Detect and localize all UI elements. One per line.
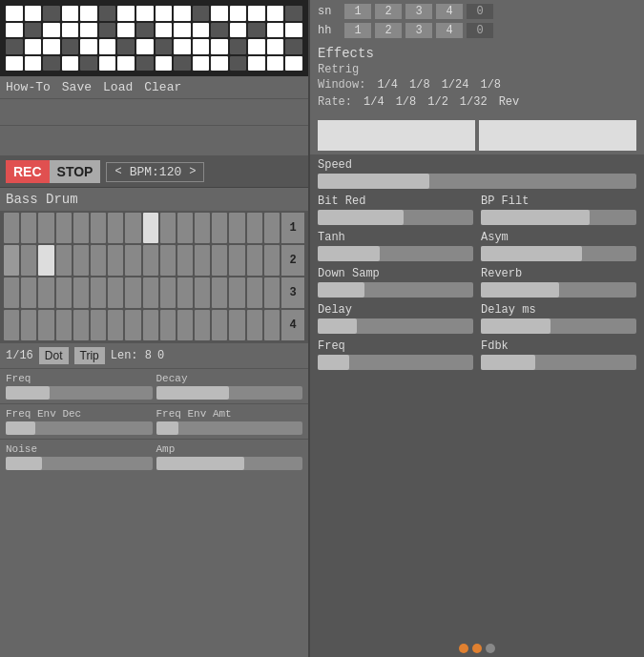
speed-bar[interactable] — [318, 174, 636, 189]
seq-cell[interactable] — [136, 56, 154, 72]
seq-cell[interactable] — [211, 56, 228, 72]
rate-rev[interactable]: Rev — [499, 95, 520, 111]
down-samp-bar[interactable] — [318, 282, 473, 298]
window-24th[interactable]: 1/24 — [442, 78, 469, 93]
sn-1[interactable]: 1 — [344, 4, 371, 19]
rate-quarter[interactable]: 1/4 — [364, 95, 384, 111]
delay-ms-bar[interactable] — [481, 318, 636, 334]
step-cell[interactable] — [143, 310, 158, 340]
reverb-bar[interactable] — [481, 282, 636, 298]
step-cell[interactable] — [4, 310, 19, 340]
seq-cell[interactable] — [174, 6, 191, 21]
step-cell[interactable] — [212, 277, 227, 308]
seq-cell[interactable] — [136, 23, 154, 38]
seq-cell[interactable] — [156, 23, 173, 38]
step-cell[interactable] — [125, 245, 140, 276]
step-cell[interactable] — [56, 310, 72, 340]
seq-cell[interactable] — [267, 56, 284, 72]
step-cell[interactable] — [212, 213, 227, 243]
freq-env-dec-slider[interactable] — [6, 421, 153, 435]
step-cell[interactable] — [264, 310, 280, 340]
seq-cell[interactable] — [136, 39, 154, 54]
seq-cell[interactable] — [99, 6, 116, 21]
rate-half[interactable]: 1/2 — [427, 95, 448, 111]
clear-button[interactable]: Clear — [144, 80, 181, 94]
seq-cell[interactable] — [267, 23, 284, 38]
step-cell[interactable] — [73, 245, 89, 276]
step-cell[interactable] — [108, 213, 123, 243]
seq-cell[interactable] — [99, 39, 116, 54]
step-cell[interactable] — [56, 213, 72, 243]
seq-cell[interactable] — [117, 39, 135, 54]
seq-cell[interactable] — [156, 6, 173, 21]
seq-cell[interactable] — [62, 56, 79, 72]
delay-bar[interactable] — [318, 318, 473, 334]
step-cell[interactable] — [160, 213, 176, 243]
step-cell[interactable] — [38, 213, 53, 243]
sn-3[interactable]: 3 — [405, 4, 432, 19]
seq-cell[interactable] — [80, 56, 97, 72]
bp-filt-bar[interactable] — [481, 210, 636, 225]
step-cell[interactable] — [195, 213, 210, 243]
seq-cell[interactable] — [62, 6, 79, 21]
step-cell[interactable] — [108, 245, 123, 276]
seq-cell[interactable] — [193, 56, 210, 72]
seq-cell[interactable] — [6, 23, 23, 38]
seq-cell[interactable] — [174, 39, 191, 54]
freq-fx-bar[interactable] — [318, 355, 473, 370]
decay-slider[interactable] — [156, 386, 303, 400]
step-cell[interactable] — [21, 310, 36, 340]
step-cell[interactable] — [143, 277, 158, 308]
bit-red-bar[interactable] — [318, 210, 473, 225]
seq-cell[interactable] — [174, 23, 191, 38]
step-cell[interactable] — [108, 310, 123, 340]
seq-cell[interactable] — [267, 6, 284, 21]
step-cell[interactable] — [229, 310, 244, 340]
step-cell[interactable] — [229, 245, 244, 276]
freq-env-amt-slider[interactable] — [156, 421, 303, 435]
hh-4[interactable]: 4 — [436, 23, 463, 38]
hh-1[interactable]: 1 — [344, 23, 371, 38]
load-button[interactable]: Load — [103, 80, 133, 94]
step-cell[interactable] — [21, 245, 36, 276]
step-cell[interactable] — [177, 310, 193, 340]
seq-cell[interactable] — [248, 56, 265, 72]
bpm-next-button[interactable]: > — [185, 165, 199, 178]
seq-cell[interactable] — [136, 6, 154, 21]
noise-slider[interactable] — [6, 457, 153, 470]
step-cell[interactable] — [91, 213, 106, 243]
trip-button[interactable]: Trip — [74, 347, 105, 364]
window-eighth[interactable]: 1/8 — [409, 78, 430, 93]
amp-slider[interactable] — [156, 457, 303, 470]
seq-cell[interactable] — [211, 39, 228, 54]
seq-cell[interactable] — [193, 39, 210, 54]
seq-cell[interactable] — [156, 39, 173, 54]
seq-cell[interactable] — [211, 23, 228, 38]
seq-cell[interactable] — [285, 56, 302, 72]
seq-cell[interactable] — [62, 23, 79, 38]
step-cell[interactable] — [160, 245, 176, 276]
step-cell[interactable] — [4, 245, 19, 276]
stop-button[interactable]: STOP — [50, 160, 101, 183]
window-quarter[interactable]: 1/4 — [377, 78, 398, 93]
step-cell[interactable] — [177, 245, 193, 276]
sn-4[interactable]: 4 — [436, 4, 463, 19]
step-cell[interactable] — [73, 310, 89, 340]
hh-2[interactable]: 2 — [375, 23, 402, 38]
dot-button[interactable]: Dot — [39, 347, 69, 364]
seq-cell[interactable] — [25, 56, 42, 72]
seq-cell[interactable] — [285, 39, 302, 54]
seq-cell[interactable] — [193, 6, 210, 21]
seq-cell[interactable] — [117, 23, 135, 38]
seq-cell[interactable] — [6, 39, 23, 54]
seq-cell[interactable] — [211, 6, 228, 21]
step-cell[interactable] — [177, 277, 193, 308]
seq-cell[interactable] — [25, 23, 42, 38]
step-cell[interactable] — [91, 277, 106, 308]
step-cell[interactable] — [4, 277, 19, 308]
step-cell[interactable] — [264, 277, 280, 308]
seq-cell[interactable] — [285, 6, 302, 21]
fdbk-bar[interactable] — [481, 355, 636, 370]
step-cell[interactable] — [247, 310, 262, 340]
seq-cell[interactable] — [43, 23, 60, 38]
